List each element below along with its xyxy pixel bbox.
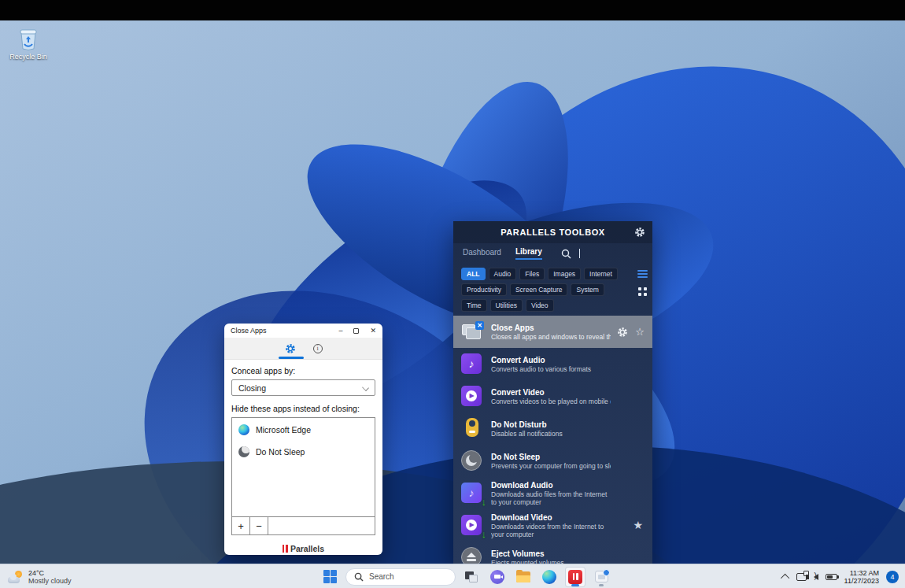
tool-settings-gear-icon[interactable]	[617, 327, 628, 338]
hidden-apps-listbox[interactable]: Microsoft Edge Do Not Sleep + −	[231, 417, 375, 535]
recycle-bin[interactable]: Recycle Bin	[3, 25, 54, 61]
tool-name: Close Apps	[491, 324, 611, 333]
search-icon	[354, 572, 364, 582]
desktop-wallpaper	[0, 20, 905, 564]
edge-icon	[238, 424, 249, 435]
close-apps-dialog: Close Apps – ✕ i Conceal apps by: Closin…	[224, 324, 382, 555]
weather-icon	[8, 571, 24, 583]
tool-row-convert-video[interactable]: ▶ Convert Video Converts videos to be pl…	[453, 380, 652, 412]
bloom-wallpaper-art	[0, 20, 905, 564]
file-explorer-button[interactable]	[513, 567, 534, 587]
info-tab-icon[interactable]: i	[313, 344, 323, 353]
tool-row-download-video[interactable]: ▶ ↓ Download Video Downloads videos from…	[453, 509, 652, 542]
close-apps-window-button[interactable]	[591, 567, 611, 587]
battery-icon[interactable]	[826, 574, 837, 580]
download-audio-icon: ♪ ↓	[461, 483, 483, 505]
filter-chip-all[interactable]: ALL	[461, 268, 486, 280]
filter-chip-utilities[interactable]: Utilities	[490, 299, 523, 312]
close-icon[interactable]: ✕	[370, 327, 376, 335]
tool-desc: Prevents your computer from going to sle…	[491, 462, 611, 470]
tool-row-close-apps[interactable]: ✕ Close Apps Closes all apps and windows…	[453, 316, 652, 348]
chevron-down-icon	[362, 384, 369, 391]
settings-tab-gear-icon[interactable]	[285, 343, 296, 354]
filter-chip-files[interactable]: Files	[519, 268, 545, 280]
tray-time: 11:32 AM	[844, 569, 879, 577]
weather-widget[interactable]: 24°C Mostly cloudy	[8, 564, 72, 588]
folder-icon	[516, 571, 530, 582]
filter-chip-screen-capture[interactable]: Screen Capture	[510, 283, 568, 296]
favorite-star-filled-icon[interactable]: ★	[633, 519, 643, 531]
search-text-cursor	[579, 249, 580, 258]
clock[interactable]: 11:32 AM 11/27/2023	[844, 569, 879, 585]
screen: Recycle Bin PARALLELS TOOLBOX Dashboard …	[0, 0, 905, 588]
toolbox-settings-gear-icon[interactable]	[634, 227, 645, 238]
tool-row-convert-audio[interactable]: ♪ Convert Audio Converts audio to variou…	[453, 348, 652, 380]
tool-name: Convert Audio	[491, 356, 611, 365]
tool-name: Eject Volumes	[491, 549, 611, 559]
add-app-button[interactable]: +	[232, 517, 250, 534]
edge-button[interactable]	[539, 567, 560, 587]
favorite-star-icon[interactable]: ☆	[635, 326, 645, 338]
parallels-toolbox-icon	[568, 570, 582, 584]
tool-desc: Disables all notifications	[491, 430, 611, 438]
tool-list: ✕ Close Apps Closes all apps and windows…	[453, 316, 652, 564]
tool-name: Download Audio	[491, 481, 611, 490]
tool-row-do-not-sleep[interactable]: Do Not Sleep Prevents your computer from…	[453, 445, 652, 477]
tool-desc: Converts videos to be played on mobile d…	[491, 398, 611, 405]
filter-chip-images[interactable]: Images	[548, 268, 581, 280]
remove-app-button[interactable]: −	[250, 517, 268, 534]
recycle-bin-icon	[15, 25, 42, 52]
filter-chip-productivity[interactable]: Productivity	[461, 283, 507, 296]
taskbar: 24°C Mostly cloudy Search	[0, 564, 905, 588]
filter-chip-internet[interactable]: Internet	[584, 268, 618, 280]
parallels-brand-name: Parallels	[290, 544, 324, 553]
list-item-microsoft-edge[interactable]: Microsoft Edge	[232, 418, 375, 440]
filter-chip-audio[interactable]: Audio	[489, 268, 517, 280]
dialog-titlebar[interactable]: Close Apps – ✕	[224, 324, 382, 338]
speaker-icon[interactable]	[814, 574, 818, 580]
active-tab-underline	[279, 357, 304, 359]
notification-badge[interactable]: 4	[886, 571, 899, 583]
tab-dashboard[interactable]: Dashboard	[463, 248, 501, 259]
maximize-icon[interactable]	[353, 328, 359, 334]
edge-icon	[542, 570, 556, 584]
tool-row-do-not-disturb[interactable]: Do Not Disturb Disables all notification…	[453, 412, 652, 445]
app-name: Do Not Sleep	[256, 447, 305, 457]
start-button[interactable]	[320, 567, 340, 587]
grid-view-icon[interactable]	[638, 287, 647, 296]
windows-logo-icon	[323, 570, 337, 583]
weather-condition: Mostly cloudy	[28, 577, 72, 585]
tool-row-download-audio[interactable]: ♪ ↓ Download Audio Downloads audio files…	[453, 477, 652, 509]
parallels-brand: Parallels	[231, 544, 375, 553]
conceal-mode-value: Closing	[238, 383, 266, 393]
hide-apps-label: Hide these apps instead of closing:	[231, 404, 375, 413]
filter-chip-video[interactable]: Video	[526, 299, 554, 312]
tool-row-eject-volumes[interactable]: Eject Volumes Ejects mounted volumes	[453, 542, 652, 564]
parallels-toolbox-button[interactable]	[565, 567, 585, 587]
tab-library[interactable]: Library	[515, 247, 542, 260]
download-video-icon: ▶ ↓	[461, 515, 483, 537]
tool-name: Download Video	[491, 513, 611, 523]
tray-overflow-chevron-icon[interactable]	[781, 573, 789, 582]
chat-button[interactable]	[487, 567, 508, 587]
filter-chip-time[interactable]: Time	[461, 299, 487, 312]
parallels-logo-icon	[283, 545, 288, 553]
task-view-button[interactable]	[461, 567, 482, 587]
list-item-do-not-sleep[interactable]: Do Not Sleep	[232, 440, 375, 462]
filter-chip-system[interactable]: System	[571, 283, 604, 296]
conceal-mode-dropdown[interactable]: Closing	[231, 379, 375, 396]
toolbox-search[interactable]	[561, 249, 580, 259]
app-name: Microsoft Edge	[256, 425, 311, 435]
tool-name: Do Not Sleep	[491, 453, 611, 462]
tool-desc: Converts audio to various formats	[491, 365, 611, 373]
list-view-icon[interactable]	[637, 270, 648, 278]
close-apps-icon: ✕	[461, 321, 483, 343]
toolbox-filters: ALL Audio Files Images Internet Producti…	[453, 264, 652, 316]
search-label: Search	[369, 572, 394, 581]
toolbox-header: PARALLELS TOOLBOX	[453, 221, 652, 243]
minimize-icon[interactable]: –	[338, 327, 342, 335]
chat-icon	[490, 570, 504, 584]
conceal-apps-label: Conceal apps by:	[231, 366, 375, 375]
dialog-title: Close Apps	[231, 327, 267, 335]
taskbar-search[interactable]: Search	[345, 568, 456, 586]
